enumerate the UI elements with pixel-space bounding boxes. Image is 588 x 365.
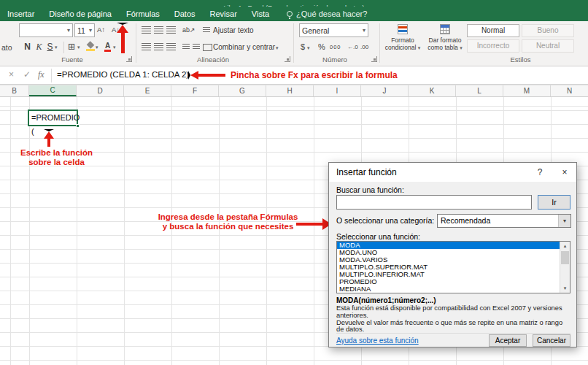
cancel-button[interactable]: Cancelar <box>533 334 570 347</box>
column-header-n[interactable]: N <box>551 85 588 96</box>
scroll-down-icon[interactable]: ▾ <box>560 284 570 293</box>
chevron-down-icon[interactable]: ▾ <box>113 45 116 50</box>
number-group-label: Número <box>295 55 375 64</box>
italic-button[interactable]: K <box>34 42 44 53</box>
column-header-g[interactable]: G <box>219 85 266 96</box>
borders-button[interactable]: ⊞ <box>68 42 75 52</box>
grow-font-button[interactable]: A↑ <box>97 26 105 34</box>
dialog-help-icon[interactable]: ? <box>528 163 552 182</box>
column-header-e[interactable]: E <box>124 85 171 96</box>
chevron-down-icon[interactable]: ▾ <box>558 215 570 227</box>
column-header-c[interactable]: C <box>29 85 77 96</box>
column-header-d[interactable]: D <box>77 85 124 96</box>
formula-input[interactable]: =PROMEDIO (CELDA 1: CELDA 2) <box>57 70 189 79</box>
chevron-down-icon: ▾ <box>418 45 421 50</box>
number-dialog-launcher-icon[interactable] <box>371 56 377 62</box>
close-icon[interactable]: × <box>553 163 576 182</box>
align-middle-icon[interactable] <box>154 26 163 34</box>
chevron-down-icon[interactable]: ▾ <box>307 45 310 51</box>
column-header-l[interactable]: L <box>456 85 503 96</box>
tab-insertar[interactable]: Insertar <box>0 7 42 21</box>
alignment-dialog-launcher-icon[interactable] <box>285 56 290 62</box>
function-description-main: Devuelve el valor más frecuente o que má… <box>336 320 570 334</box>
cancel-icon[interactable]: × <box>9 69 14 80</box>
bold-button[interactable]: N <box>23 42 32 52</box>
fill-handle[interactable] <box>76 124 80 128</box>
underline-button[interactable]: S <box>45 42 55 52</box>
lightbulb-icon <box>287 11 293 17</box>
font-size-select[interactable]: 11 ▾ <box>74 23 95 37</box>
category-select[interactable]: Recomendada ▾ <box>437 214 571 228</box>
thousands-format-button[interactable]: 000 <box>330 44 341 50</box>
chevron-down-icon[interactable]: ▾ <box>89 27 92 34</box>
wrap-text-button[interactable]: Ajustar texto <box>213 26 254 34</box>
column-header-f[interactable]: F <box>171 85 219 96</box>
tab-vista[interactable]: Vista <box>244 7 276 21</box>
decrease-decimal-button[interactable]: .00 <box>360 44 368 50</box>
column-header-k[interactable]: K <box>409 85 456 96</box>
cell-style-normal[interactable]: Normal <box>467 24 519 37</box>
dialog-note-arrow-stem <box>296 223 322 226</box>
align-left-icon[interactable] <box>142 43 151 51</box>
scrollbar-thumb[interactable] <box>561 251 569 264</box>
function-listbox[interactable]: MODA MODA.UNO MODA.VARIOS MULTIPLO.SUPER… <box>336 241 570 293</box>
go-button[interactable]: Ir <box>538 195 570 210</box>
accept-button[interactable]: Aceptar <box>489 334 527 347</box>
chevron-down-icon[interactable]: ▾ <box>77 45 80 50</box>
fill-color-icon[interactable] <box>86 42 95 51</box>
tab-diseno-de-pagina[interactable]: Diseño de página <box>42 7 119 21</box>
align-right-icon[interactable] <box>166 43 176 51</box>
function-help-link[interactable]: Ayuda sobre esta función <box>336 337 483 345</box>
chevron-down-icon[interactable]: ▾ <box>276 45 279 51</box>
format-as-table-label-1: Dar formato <box>429 36 462 44</box>
tell-me-search[interactable]: ¿Qué desea hacer? <box>287 9 367 18</box>
function-option-mediana[interactable]: MEDIANA <box>337 285 560 293</box>
column-header-j[interactable]: J <box>361 85 409 96</box>
conditional-formatting-button[interactable]: Formato condicional ▾ <box>382 23 423 53</box>
chevron-down-icon[interactable]: ▾ <box>96 45 98 50</box>
column-header-i[interactable]: I <box>314 85 361 96</box>
align-top-icon[interactable] <box>142 26 151 34</box>
column-header-m[interactable]: M <box>503 85 551 96</box>
font-group-label: Fuente <box>19 55 125 64</box>
wrap-text-icon[interactable] <box>203 27 210 34</box>
chevron-down-icon[interactable]: ▾ <box>363 27 365 34</box>
chevron-down-icon[interactable]: ▾ <box>67 27 70 34</box>
number-format-select[interactable]: General ▾ <box>299 23 368 37</box>
insert-function-icon[interactable]: fx <box>38 69 45 80</box>
cell-style-neutral[interactable]: Neutral <box>522 39 574 53</box>
font-dialog-launcher-icon[interactable] <box>126 56 132 62</box>
tab-formulas[interactable]: Fórmulas <box>119 7 167 21</box>
dialog-note-line2: y busca la función que necesites <box>163 222 294 231</box>
font-color-button[interactable]: A <box>104 42 111 52</box>
cell-style-bueno[interactable]: Bueno <box>522 24 574 37</box>
tab-datos[interactable]: Datos <box>167 7 203 21</box>
merge-center-button[interactable]: Combinar y centrar <box>213 43 275 51</box>
indent-decrease-icon[interactable] <box>182 44 190 50</box>
column-header-h[interactable]: H <box>266 85 314 96</box>
active-cell[interactable]: =PROMEDIO ( <box>28 110 78 126</box>
cell-note-arrow-stem <box>47 136 50 147</box>
align-bottom-icon[interactable] <box>166 26 176 34</box>
increase-decimal-button[interactable]: ←.0 <box>347 44 358 50</box>
dialog-note-text: Ingresa desde la pestaña Fórmulas y busc… <box>153 212 303 231</box>
currency-format-button[interactable]: $ <box>301 42 305 51</box>
cell-style-incorrecto[interactable]: Incorrecto <box>467 39 519 53</box>
align-center-icon[interactable] <box>154 43 163 51</box>
format-as-table-button[interactable]: Dar formato como tabla ▾ <box>425 23 465 53</box>
enter-icon[interactable]: ✓ <box>23 69 31 80</box>
font-name-select[interactable]: ▾ <box>19 23 73 37</box>
scroll-up-icon[interactable]: ▴ <box>560 242 570 250</box>
orientation-button[interactable]: ab↗ <box>182 26 196 34</box>
cell-note-line1: Escribe la función <box>20 148 93 157</box>
listbox-scrollbar[interactable]: ▴ ▾ <box>560 242 570 293</box>
column-header-b[interactable]: B <box>0 85 29 96</box>
percent-format-button[interactable]: % <box>318 42 325 51</box>
chevron-down-icon[interactable]: ▾ <box>55 45 58 50</box>
ribbon: ato ▾ 11 ▾ A↑ A↓ N K S ▾ ⊞ ▾ ▾ A ▾ Fuent… <box>0 21 588 66</box>
tab-revisar[interactable]: Revisar <box>203 7 244 21</box>
merge-center-icon[interactable] <box>203 44 212 51</box>
function-search-input[interactable] <box>336 195 532 210</box>
function-description-compat: Esta función está disponible por compati… <box>336 305 570 320</box>
indent-increase-icon[interactable] <box>193 44 200 50</box>
